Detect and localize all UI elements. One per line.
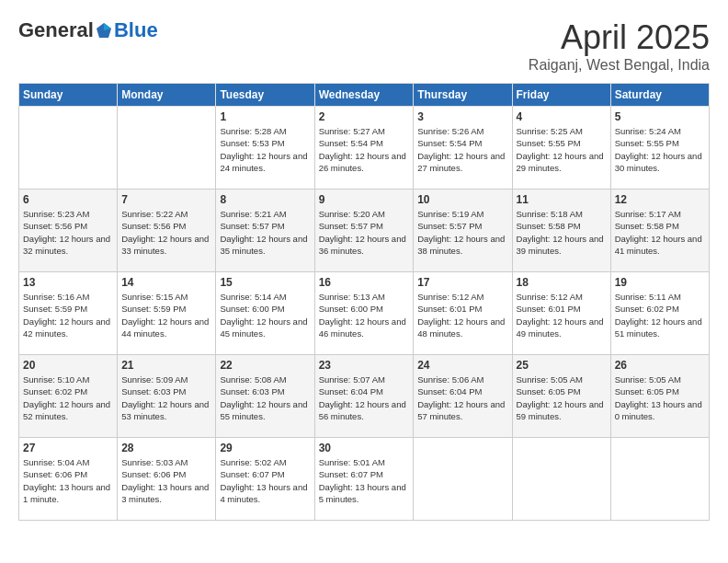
day-header-saturday: Saturday [610, 84, 709, 107]
day-info: Sunrise: 5:26 AM Sunset: 5:54 PM Dayligh… [417, 125, 507, 174]
logo-general-text: General [18, 18, 94, 42]
day-number: 16 [319, 276, 410, 289]
month-title: April 2025 [529, 18, 710, 57]
day-number: 8 [220, 193, 310, 206]
calendar-cell: 6Sunrise: 5:23 AM Sunset: 5:56 PM Daylig… [19, 190, 118, 272]
day-number: 22 [220, 359, 310, 372]
day-number: 3 [417, 110, 507, 123]
calendar-cell: 19Sunrise: 5:11 AM Sunset: 6:02 PM Dayli… [610, 272, 709, 355]
calendar-cell [19, 107, 118, 190]
title-block: April 2025 Raiganj, West Bengal, India [529, 18, 710, 74]
location: Raiganj, West Bengal, India [529, 57, 710, 74]
day-info: Sunrise: 5:08 AM Sunset: 6:03 PM Dayligh… [220, 373, 310, 422]
logo-blue-text: Blue [114, 18, 158, 42]
day-info: Sunrise: 5:07 AM Sunset: 6:04 PM Dayligh… [319, 373, 410, 422]
calendar-cell: 18Sunrise: 5:12 AM Sunset: 6:01 PM Dayli… [512, 272, 610, 355]
day-info: Sunrise: 5:20 AM Sunset: 5:57 PM Dayligh… [319, 208, 410, 257]
page-header: General Blue April 2025 Raiganj, West Be… [18, 18, 710, 74]
week-row-2: 13Sunrise: 5:16 AM Sunset: 5:59 PM Dayli… [19, 272, 710, 355]
day-number: 4 [517, 110, 607, 123]
day-number: 26 [615, 359, 705, 372]
day-number: 6 [23, 193, 113, 206]
day-info: Sunrise: 5:25 AM Sunset: 5:55 PM Dayligh… [517, 125, 607, 174]
calendar-cell: 16Sunrise: 5:13 AM Sunset: 6:00 PM Dayli… [314, 272, 414, 355]
day-number: 20 [23, 359, 113, 372]
calendar-cell: 30Sunrise: 5:01 AM Sunset: 6:07 PM Dayli… [314, 438, 414, 521]
calendar-cell [414, 438, 512, 521]
calendar-cell: 21Sunrise: 5:09 AM Sunset: 6:03 PM Dayli… [118, 355, 216, 438]
day-info: Sunrise: 5:11 AM Sunset: 6:02 PM Dayligh… [615, 291, 705, 339]
calendar-header-row: SundayMondayTuesdayWednesdayThursdayFrid… [19, 84, 710, 107]
day-number: 2 [319, 110, 410, 123]
day-info: Sunrise: 5:06 AM Sunset: 6:04 PM Dayligh… [417, 373, 507, 422]
calendar-cell [512, 438, 610, 521]
day-info: Sunrise: 5:03 AM Sunset: 6:06 PM Dayligh… [121, 456, 211, 505]
day-info: Sunrise: 5:28 AM Sunset: 5:53 PM Dayligh… [220, 125, 310, 174]
day-number: 13 [23, 276, 113, 289]
day-info: Sunrise: 5:12 AM Sunset: 6:01 PM Dayligh… [517, 291, 607, 339]
day-info: Sunrise: 5:27 AM Sunset: 5:54 PM Dayligh… [319, 125, 410, 174]
day-header-monday: Monday [118, 84, 216, 107]
day-header-friday: Friday [512, 84, 610, 107]
day-number: 12 [615, 193, 705, 206]
calendar-table: SundayMondayTuesdayWednesdayThursdayFrid… [18, 83, 710, 521]
day-number: 19 [615, 276, 705, 289]
calendar-cell: 23Sunrise: 5:07 AM Sunset: 6:04 PM Dayli… [314, 355, 414, 438]
calendar-cell: 13Sunrise: 5:16 AM Sunset: 5:59 PM Dayli… [19, 272, 118, 355]
day-info: Sunrise: 5:13 AM Sunset: 6:00 PM Dayligh… [319, 291, 410, 339]
calendar-cell: 14Sunrise: 5:15 AM Sunset: 5:59 PM Dayli… [118, 272, 216, 355]
day-number: 5 [615, 110, 705, 123]
day-info: Sunrise: 5:05 AM Sunset: 6:05 PM Dayligh… [615, 373, 705, 422]
day-info: Sunrise: 5:01 AM Sunset: 6:07 PM Dayligh… [319, 456, 410, 505]
day-number: 17 [417, 276, 507, 289]
day-info: Sunrise: 5:04 AM Sunset: 6:06 PM Dayligh… [23, 456, 113, 505]
day-number: 27 [23, 442, 113, 454]
day-number: 14 [121, 276, 211, 289]
day-info: Sunrise: 5:22 AM Sunset: 5:56 PM Dayligh… [121, 208, 211, 257]
day-number: 24 [417, 359, 507, 372]
day-info: Sunrise: 5:14 AM Sunset: 6:00 PM Dayligh… [220, 291, 310, 339]
calendar-cell: 7Sunrise: 5:22 AM Sunset: 5:56 PM Daylig… [118, 190, 216, 272]
day-info: Sunrise: 5:05 AM Sunset: 6:05 PM Dayligh… [517, 373, 607, 422]
day-number: 23 [319, 359, 410, 372]
logo: General Blue [18, 18, 158, 42]
day-info: Sunrise: 5:02 AM Sunset: 6:07 PM Dayligh… [220, 456, 310, 505]
calendar-cell: 22Sunrise: 5:08 AM Sunset: 6:03 PM Dayli… [216, 355, 314, 438]
calendar-cell: 28Sunrise: 5:03 AM Sunset: 6:06 PM Dayli… [118, 438, 216, 521]
calendar-cell: 11Sunrise: 5:18 AM Sunset: 5:58 PM Dayli… [512, 190, 610, 272]
day-info: Sunrise: 5:10 AM Sunset: 6:02 PM Dayligh… [23, 373, 113, 422]
day-info: Sunrise: 5:09 AM Sunset: 6:03 PM Dayligh… [121, 373, 211, 422]
calendar-cell: 2Sunrise: 5:27 AM Sunset: 5:54 PM Daylig… [314, 107, 414, 190]
day-header-wednesday: Wednesday [314, 84, 414, 107]
calendar-cell: 3Sunrise: 5:26 AM Sunset: 5:54 PM Daylig… [414, 107, 512, 190]
logo-icon [95, 21, 113, 40]
day-number: 21 [121, 359, 211, 372]
day-number: 18 [517, 276, 607, 289]
calendar-cell: 17Sunrise: 5:12 AM Sunset: 6:01 PM Dayli… [414, 272, 512, 355]
day-info: Sunrise: 5:18 AM Sunset: 5:58 PM Dayligh… [517, 208, 607, 257]
week-row-3: 20Sunrise: 5:10 AM Sunset: 6:02 PM Dayli… [19, 355, 710, 438]
calendar-cell: 15Sunrise: 5:14 AM Sunset: 6:00 PM Dayli… [216, 272, 314, 355]
day-number: 11 [517, 193, 607, 206]
calendar-cell: 27Sunrise: 5:04 AM Sunset: 6:06 PM Dayli… [19, 438, 118, 521]
calendar-cell: 25Sunrise: 5:05 AM Sunset: 6:05 PM Dayli… [512, 355, 610, 438]
calendar-cell: 26Sunrise: 5:05 AM Sunset: 6:05 PM Dayli… [610, 355, 709, 438]
day-info: Sunrise: 5:17 AM Sunset: 5:58 PM Dayligh… [615, 208, 705, 257]
week-row-1: 6Sunrise: 5:23 AM Sunset: 5:56 PM Daylig… [19, 190, 710, 272]
day-number: 1 [220, 110, 310, 123]
day-number: 28 [121, 442, 211, 454]
calendar-cell: 1Sunrise: 5:28 AM Sunset: 5:53 PM Daylig… [216, 107, 314, 190]
calendar-cell: 24Sunrise: 5:06 AM Sunset: 6:04 PM Dayli… [414, 355, 512, 438]
day-number: 10 [417, 193, 507, 206]
day-header-tuesday: Tuesday [216, 84, 314, 107]
calendar-cell: 8Sunrise: 5:21 AM Sunset: 5:57 PM Daylig… [216, 190, 314, 272]
day-number: 25 [517, 359, 607, 372]
calendar-cell: 4Sunrise: 5:25 AM Sunset: 5:55 PM Daylig… [512, 107, 610, 190]
day-header-sunday: Sunday [19, 84, 118, 107]
day-number: 15 [220, 276, 310, 289]
day-info: Sunrise: 5:16 AM Sunset: 5:59 PM Dayligh… [23, 291, 113, 339]
day-info: Sunrise: 5:24 AM Sunset: 5:55 PM Dayligh… [615, 125, 705, 174]
calendar-cell: 20Sunrise: 5:10 AM Sunset: 6:02 PM Dayli… [19, 355, 118, 438]
week-row-0: 1Sunrise: 5:28 AM Sunset: 5:53 PM Daylig… [19, 107, 710, 190]
calendar-cell [118, 107, 216, 190]
